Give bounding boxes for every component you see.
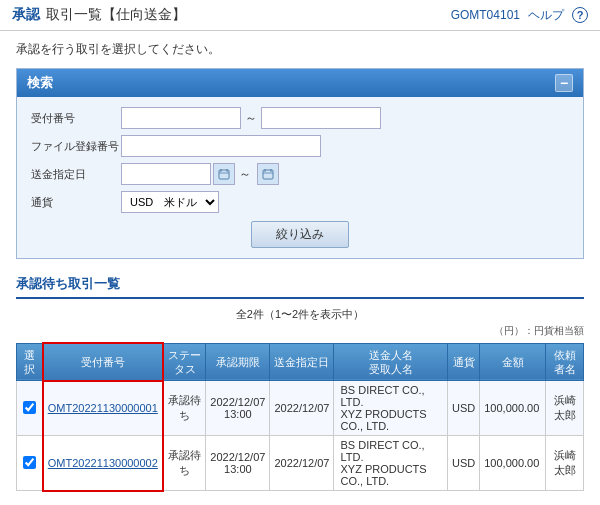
- page-content: 承認を行う取引を選択してください。 検索 − 受付番号 ～ ファイル登録番号 送…: [0, 31, 600, 505]
- col-header-status: ステータス: [163, 343, 206, 381]
- row-checkbox[interactable]: [23, 456, 36, 469]
- row-remit-date: 2022/12/07: [270, 436, 334, 491]
- search-row-date: 送金指定日 ～: [31, 163, 569, 185]
- receipt-no-input-to[interactable]: [261, 107, 381, 129]
- receipt-no-label: 受付番号: [31, 111, 121, 126]
- row-names: BS DIRECT CO., LTD.XYZ PRODUCTS CO., LTD…: [334, 436, 448, 491]
- row-status: 承認待ち: [163, 436, 206, 491]
- page-title-main: 承認: [12, 6, 40, 24]
- help-icon[interactable]: ?: [572, 7, 588, 23]
- currency-label: 通貨: [31, 195, 121, 210]
- data-table: 選択 受付番号 ステータス 承認期限 送金指定日 送金人名受取人名 通貨 金額 …: [16, 342, 584, 492]
- col-header-deadline: 承認期限: [206, 343, 270, 381]
- date-to-wrap: [255, 163, 279, 185]
- row-receipt-no: OMT20221130000002: [43, 436, 163, 491]
- col-header-receipt: 受付番号: [43, 343, 163, 381]
- row-amount: 100,000.00: [480, 436, 546, 491]
- file-reg-no-input[interactable]: [121, 135, 321, 157]
- search-header: 検索 −: [17, 69, 583, 97]
- search-section: 検索 − 受付番号 ～ ファイル登録番号 送金指定日: [16, 68, 584, 259]
- col-header-names: 送金人名受取人名: [334, 343, 448, 381]
- table-header-row: 選択 受付番号 ステータス 承認期限 送金指定日 送金人名受取人名 通貨 金額 …: [17, 343, 584, 381]
- help-link[interactable]: ヘルプ: [528, 7, 564, 24]
- filter-btn-row: 絞り込み: [31, 221, 569, 248]
- row-checkbox[interactable]: [23, 401, 36, 414]
- row-checkbox-cell: [17, 436, 43, 491]
- row-requester: 浜崎太郎: [546, 381, 584, 436]
- row-names: BS DIRECT CO., LTD.XYZ PRODUCTS CO., LTD…: [334, 381, 448, 436]
- row-deadline: 2022/12/0713:00: [206, 381, 270, 436]
- header-right: GOMT04101 ヘルプ ?: [451, 7, 588, 24]
- date-from-wrap: [121, 163, 235, 185]
- search-row-currency: 通貨 USD 米ドル: [31, 191, 569, 213]
- col-header-select: 選択: [17, 343, 43, 381]
- calendar-to-button[interactable]: [257, 163, 279, 185]
- row-currency: USD: [448, 381, 480, 436]
- calendar-from-button[interactable]: [213, 163, 235, 185]
- table-summary: 全2件（1〜2件を表示中）: [16, 307, 584, 322]
- row-remit-date: 2022/12/07: [270, 381, 334, 436]
- table-section-title: 承認待ち取引一覧: [16, 275, 584, 299]
- remit-date-label: 送金指定日: [31, 167, 121, 182]
- col-header-amount: 金額: [480, 343, 546, 381]
- table-row: OMT20221130000002 承認待ち 2022/12/0713:00 2…: [17, 436, 584, 491]
- page-title-sub: 取引一覧【仕向送金】: [46, 6, 186, 24]
- row-currency: USD: [448, 436, 480, 491]
- search-collapse-button[interactable]: −: [555, 74, 573, 92]
- receipt-no-link[interactable]: OMT20221130000001: [48, 402, 158, 414]
- page-instruction: 承認を行う取引を選択してください。: [16, 41, 584, 58]
- col-header-remitdate: 送金指定日: [270, 343, 334, 381]
- tilde-receipt: ～: [245, 110, 257, 127]
- row-deadline: 2022/12/0713:00: [206, 436, 270, 491]
- yen-note: （円）：円貨相当額: [16, 324, 584, 338]
- receipt-no-input-from[interactable]: [121, 107, 241, 129]
- tilde-date: ～: [239, 166, 251, 183]
- row-receipt-no: OMT20221130000001: [43, 381, 163, 436]
- search-row-file: ファイル登録番号: [31, 135, 569, 157]
- search-title: 検索: [27, 74, 53, 92]
- system-id: GOMT04101: [451, 8, 520, 22]
- col-header-requester: 依頼者名: [546, 343, 584, 381]
- table-section: 承認待ち取引一覧 全2件（1〜2件を表示中） （円）：円貨相当額 選択 受付番号…: [16, 275, 584, 505]
- filter-button[interactable]: 絞り込み: [251, 221, 349, 248]
- row-checkbox-cell: [17, 381, 43, 436]
- remit-date-from[interactable]: [121, 163, 211, 185]
- table-row: OMT20221130000001 承認待ち 2022/12/0713:00 2…: [17, 381, 584, 436]
- calendar-to-icon: [262, 168, 274, 180]
- search-body: 受付番号 ～ ファイル登録番号 送金指定日: [17, 97, 583, 258]
- row-requester: 浜崎太郎: [546, 436, 584, 491]
- page-header: 承認 取引一覧【仕向送金】 GOMT04101 ヘルプ ?: [0, 0, 600, 31]
- calendar-from-icon: [218, 168, 230, 180]
- receipt-no-link[interactable]: OMT20221130000002: [48, 457, 158, 469]
- currency-select[interactable]: USD 米ドル: [121, 191, 219, 213]
- row-amount: 100,000.00: [480, 381, 546, 436]
- file-reg-no-label: ファイル登録番号: [31, 139, 121, 154]
- col-header-currency: 通貨: [448, 343, 480, 381]
- row-status: 承認待ち: [163, 381, 206, 436]
- search-row-receipt: 受付番号 ～: [31, 107, 569, 129]
